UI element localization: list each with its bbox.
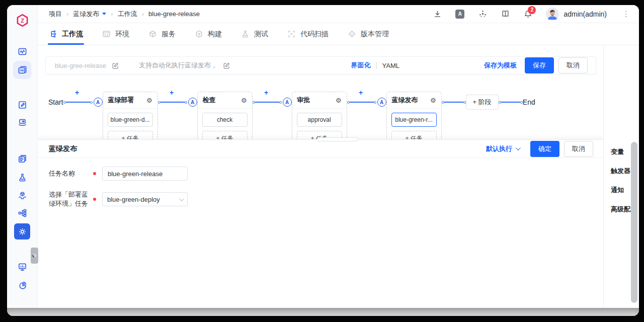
release-icon[interactable] [14,187,30,203]
code-scan-icon [287,30,296,38]
stage-connector: + A [347,98,386,107]
add-task-button[interactable]: + 任务 [108,131,153,139]
task-config-panel: 蓝绿发布 默认执行 确定 取消 任务名称 选择「部署蓝绿环境」任务 [38,139,603,308]
docs-icon[interactable] [501,10,510,19]
stage-card-approval: 审批 ⚙ approval + 任务 [292,92,347,139]
stage-settings-icon[interactable]: ⚙ [241,97,247,104]
build-icon [195,30,203,38]
environment-icon [102,30,111,38]
chevron-down-icon [179,196,184,201]
stage-name: 检查 [203,96,216,105]
exec-mode-dropdown[interactable]: 默认执行 [486,144,519,153]
tab-version-management[interactable]: 版本管理 [348,23,389,45]
version-icon [348,30,356,38]
breadcrumb-projects[interactable]: 项目 [49,10,62,19]
pipeline-canvas: Start + A 蓝绿部署 ⚙ blue-green-d... + 任务 + [45,86,596,139]
tab-builds[interactable]: 构建 [195,23,222,45]
user-name: admin(admin) [564,10,607,18]
task-button[interactable]: approval [297,113,342,127]
add-stage-plus-button[interactable]: + [170,89,174,96]
report-icon[interactable] [14,277,30,293]
svg-text:Z: Z [21,18,24,24]
chevron-right-icon [32,254,36,258]
panel-cancel-button[interactable]: 取消 [564,141,593,157]
user-menu[interactable]: admin(admin) [546,8,607,21]
task-panel-title: 蓝绿发布 [49,144,77,153]
cancel-button[interactable]: 取消 [558,57,588,73]
task-panel-header: 蓝绿发布 默认执行 确定 取消 [38,140,603,158]
edit-name-icon[interactable] [112,62,119,69]
horizontal-scrollbar[interactable] [317,137,358,141]
task-button[interactable]: blue-green-d... [108,113,153,127]
projects-icon[interactable]: PM [13,61,31,79]
stage-settings-icon[interactable]: ⚙ [336,97,342,104]
tab-services[interactable]: 服务 [148,23,176,45]
sidebar-collapse-handle[interactable] [31,248,38,264]
workflow-description: 支持自动化执行蓝绿发布， [139,61,217,70]
divider [376,62,377,69]
caret-down-icon [102,13,106,17]
task-name-input[interactable] [102,167,188,181]
mode-ui-button[interactable]: 界面化 [351,61,371,70]
stage-name: 审批 [297,96,310,105]
editor-mode-toggle: 界面化 YAML [351,61,399,70]
approval-badge-icon[interactable]: A [377,98,386,107]
add-stage-plus-button[interactable]: + [264,89,268,96]
tab-environments[interactable]: 环境 [102,23,129,45]
breadcrumb-project-dropdown[interactable]: 蓝绿发布 [62,10,106,19]
insight-icon[interactable] [14,259,30,275]
zadig-logo-icon[interactable]: Z [16,14,29,27]
window-bottom-edge [7,308,639,316]
header-actions: A 2 admin(admin) ⋮ [433,8,630,21]
resources-icon[interactable] [14,205,30,221]
required-dot-icon [93,198,96,201]
deploy-task-select[interactable]: blue-green-deploy [102,192,188,206]
stage-card-check: 检查 ⚙ check + 任务 [197,92,253,139]
workflow-editor-toolbar: blue-gree-release 支持自动化执行蓝绿发布， 界面化 YAML … [45,56,596,74]
delivery-icon[interactable] [14,114,30,130]
edit-description-icon[interactable] [223,62,230,69]
workflow-icon [49,30,57,38]
stage-name: 蓝绿发布 [392,96,418,105]
download-icon[interactable] [433,10,442,19]
vertical-scrollbar[interactable] [631,142,637,303]
templates-icon[interactable] [14,150,30,167]
add-stage-plus-button[interactable]: + [75,89,79,96]
stage-name: 蓝绿部署 [108,96,134,105]
tab-tests[interactable]: 测试 [241,23,268,45]
add-stage-button[interactable]: + 阶段 [466,95,499,110]
breadcrumb-workflows[interactable]: 工作流 [106,10,137,19]
required-dot-icon [93,172,96,175]
add-stage-plus-button[interactable]: + [359,89,363,96]
save-as-template-button[interactable]: 保存为模板 [484,61,517,70]
confirm-button[interactable]: 确定 [530,141,559,157]
dashboard-icon[interactable] [14,43,30,59]
mode-yaml-button[interactable]: YAML [382,62,399,69]
approval-badge-icon[interactable]: A [188,98,197,107]
test-lab-icon[interactable] [14,169,30,185]
approval-badge-icon[interactable]: A [283,98,292,107]
form-row-task-name: 任务名称 [49,167,592,181]
approval-badge-icon[interactable]: A [94,98,103,107]
pipeline-end-label: End [523,98,535,107]
bell-icon[interactable]: 2 [523,10,532,19]
tab-code-scan[interactable]: 代码扫描 [287,23,329,45]
tab-workflows[interactable]: 工作流 [49,23,83,45]
stage-settings-icon[interactable]: ⚙ [146,97,152,104]
settings-icon[interactable] [14,223,30,239]
task-button[interactable]: check [202,113,248,127]
add-task-button[interactable]: + 任务 [391,131,437,139]
add-task-button[interactable]: + 任务 [202,131,248,139]
apps-cluster-icon[interactable] [478,10,487,19]
edit-note-icon[interactable] [14,97,30,113]
save-button[interactable]: 保存 [525,57,554,73]
stage-connector [442,98,466,107]
test-icon [241,30,250,38]
stage-settings-icon[interactable]: ⚙ [430,97,436,104]
language-icon[interactable]: A [455,10,464,19]
task-form: 任务名称 选择「部署蓝绿环境」任务 blue-green-deploy [38,158,603,226]
more-icon[interactable]: ⋮ [622,10,630,18]
task-button-selected[interactable]: blue-green-r... [391,113,437,127]
main-content: blue-gree-release 支持自动化执行蓝绿发布， 界面化 YAML … [38,45,639,308]
breadcrumb-current-workflow[interactable]: blue-gree-release [137,10,200,18]
